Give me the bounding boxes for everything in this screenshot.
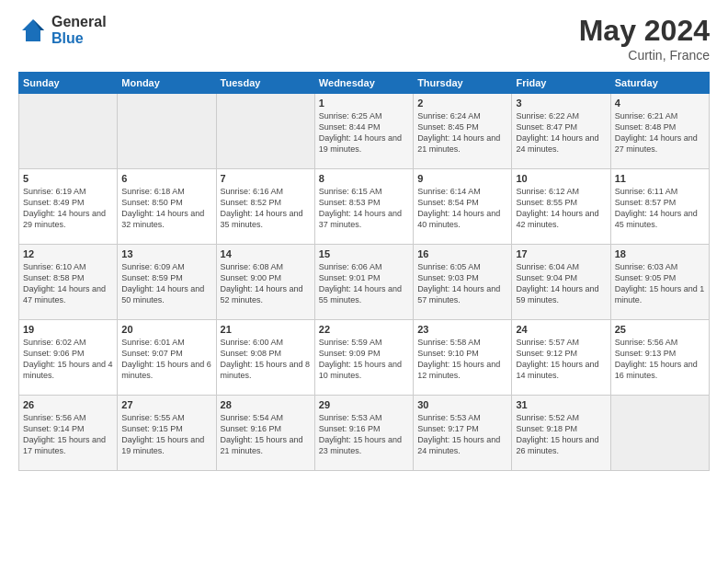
day-detail: Sunrise: 6:21 AM Sunset: 8:48 PM Dayligh…: [615, 110, 705, 155]
day-detail: Sunrise: 5:56 AM Sunset: 9:14 PM Dayligh…: [23, 412, 113, 457]
day-detail: Sunrise: 6:04 AM Sunset: 9:04 PM Dayligh…: [516, 261, 606, 306]
day-detail: Sunrise: 6:16 AM Sunset: 8:52 PM Dayligh…: [221, 186, 311, 231]
weekday-header-thursday: Thursday: [414, 73, 512, 94]
location: Curtin, France: [579, 48, 710, 63]
calendar-cell: 15Sunrise: 6:06 AM Sunset: 9:01 PM Dayli…: [314, 245, 413, 320]
day-detail: Sunrise: 6:15 AM Sunset: 8:53 PM Dayligh…: [319, 186, 409, 231]
day-number: 15: [319, 248, 409, 259]
day-number: 1: [319, 98, 409, 109]
day-number: 13: [121, 248, 211, 259]
day-detail: Sunrise: 6:12 AM Sunset: 8:55 PM Dayligh…: [516, 186, 606, 231]
calendar-cell: 24Sunrise: 5:57 AM Sunset: 9:12 PM Dayli…: [512, 320, 610, 396]
month-year: May 2024: [579, 14, 710, 48]
day-number: 8: [319, 173, 409, 184]
day-detail: Sunrise: 6:08 AM Sunset: 9:00 PM Dayligh…: [221, 261, 311, 306]
day-number: 4: [615, 98, 705, 109]
day-detail: Sunrise: 6:02 AM Sunset: 9:06 PM Dayligh…: [23, 337, 113, 382]
day-detail: Sunrise: 6:24 AM Sunset: 8:45 PM Dayligh…: [417, 110, 507, 155]
logo-text: General Blue: [51, 14, 107, 46]
day-number: 10: [516, 173, 606, 184]
calendar-cell: 2Sunrise: 6:24 AM Sunset: 8:45 PM Daylig…: [414, 94, 512, 169]
day-detail: Sunrise: 6:25 AM Sunset: 8:44 PM Dayligh…: [319, 110, 409, 155]
weekday-header-wednesday: Wednesday: [314, 73, 413, 94]
day-number: 7: [221, 173, 311, 184]
day-number: 26: [23, 399, 113, 410]
day-number: 24: [516, 324, 606, 335]
day-detail: Sunrise: 6:14 AM Sunset: 8:54 PM Dayligh…: [417, 186, 507, 231]
day-detail: Sunrise: 6:00 AM Sunset: 9:08 PM Dayligh…: [221, 337, 311, 382]
calendar-cell: 30Sunrise: 5:53 AM Sunset: 9:17 PM Dayli…: [414, 396, 512, 471]
day-detail: Sunrise: 6:22 AM Sunset: 8:47 PM Dayligh…: [516, 110, 606, 155]
calendar-cell: 3Sunrise: 6:22 AM Sunset: 8:47 PM Daylig…: [512, 94, 610, 169]
calendar-cell: 9Sunrise: 6:14 AM Sunset: 8:54 PM Daylig…: [414, 169, 512, 245]
day-detail: Sunrise: 6:01 AM Sunset: 9:07 PM Dayligh…: [121, 337, 211, 382]
day-detail: Sunrise: 6:03 AM Sunset: 9:05 PM Dayligh…: [615, 261, 705, 306]
calendar-cell: 4Sunrise: 6:21 AM Sunset: 8:48 PM Daylig…: [610, 94, 709, 169]
calendar-cell: 26Sunrise: 5:56 AM Sunset: 9:14 PM Dayli…: [19, 396, 118, 471]
day-detail: Sunrise: 5:57 AM Sunset: 9:12 PM Dayligh…: [516, 337, 606, 382]
week-row-1: 1Sunrise: 6:25 AM Sunset: 8:44 PM Daylig…: [19, 94, 710, 169]
weekday-header-tuesday: Tuesday: [216, 73, 314, 94]
calendar-cell: 23Sunrise: 5:58 AM Sunset: 9:10 PM Dayli…: [414, 320, 512, 396]
day-detail: Sunrise: 5:54 AM Sunset: 9:16 PM Dayligh…: [221, 412, 311, 457]
day-number: 2: [417, 98, 507, 109]
calendar-cell: 16Sunrise: 6:05 AM Sunset: 9:03 PM Dayli…: [414, 245, 512, 320]
logo-icon: [18, 16, 48, 45]
day-detail: Sunrise: 6:05 AM Sunset: 9:03 PM Dayligh…: [417, 261, 507, 306]
day-number: 23: [417, 324, 507, 335]
day-number: 30: [417, 399, 507, 410]
calendar-cell: 11Sunrise: 6:11 AM Sunset: 8:57 PM Dayli…: [610, 169, 709, 245]
calendar-cell: 12Sunrise: 6:10 AM Sunset: 8:58 PM Dayli…: [19, 245, 118, 320]
calendar-cell: 29Sunrise: 5:53 AM Sunset: 9:16 PM Dayli…: [314, 396, 413, 471]
calendar-cell: 20Sunrise: 6:01 AM Sunset: 9:07 PM Dayli…: [118, 320, 216, 396]
day-detail: Sunrise: 6:09 AM Sunset: 8:59 PM Dayligh…: [121, 261, 211, 306]
weekday-header-saturday: Saturday: [610, 73, 709, 94]
day-number: 17: [516, 248, 606, 259]
calendar-cell: 18Sunrise: 6:03 AM Sunset: 9:05 PM Dayli…: [610, 245, 709, 320]
calendar-cell: 27Sunrise: 5:55 AM Sunset: 9:15 PM Dayli…: [118, 396, 216, 471]
weekday-header-row: SundayMondayTuesdayWednesdayThursdayFrid…: [19, 73, 710, 94]
day-detail: Sunrise: 6:11 AM Sunset: 8:57 PM Dayligh…: [615, 186, 705, 231]
calendar-cell: 19Sunrise: 6:02 AM Sunset: 9:06 PM Dayli…: [19, 320, 118, 396]
day-detail: Sunrise: 6:18 AM Sunset: 8:50 PM Dayligh…: [121, 186, 211, 231]
weekday-header-sunday: Sunday: [19, 73, 118, 94]
day-number: 11: [615, 173, 705, 184]
calendar-cell: 7Sunrise: 6:16 AM Sunset: 8:52 PM Daylig…: [216, 169, 314, 245]
day-number: 12: [23, 248, 113, 259]
day-number: 28: [221, 399, 311, 410]
day-detail: Sunrise: 6:10 AM Sunset: 8:58 PM Dayligh…: [23, 261, 113, 306]
page: General Blue May 2024 Curtin, France Sun…: [0, 0, 728, 563]
day-number: 16: [417, 248, 507, 259]
day-number: 19: [23, 324, 113, 335]
day-detail: Sunrise: 5:52 AM Sunset: 9:18 PM Dayligh…: [516, 412, 606, 457]
calendar-cell: 5Sunrise: 6:19 AM Sunset: 8:49 PM Daylig…: [19, 169, 118, 245]
header: General Blue May 2024 Curtin, France: [18, 14, 710, 63]
calendar-cell: [610, 396, 709, 471]
calendar-cell: [19, 94, 118, 169]
day-detail: Sunrise: 6:06 AM Sunset: 9:01 PM Dayligh…: [319, 261, 409, 306]
week-row-2: 5Sunrise: 6:19 AM Sunset: 8:49 PM Daylig…: [19, 169, 710, 245]
calendar-table: SundayMondayTuesdayWednesdayThursdayFrid…: [18, 72, 710, 471]
day-number: 25: [615, 324, 705, 335]
day-number: 29: [319, 399, 409, 410]
day-detail: Sunrise: 5:58 AM Sunset: 9:10 PM Dayligh…: [417, 337, 507, 382]
day-detail: Sunrise: 5:53 AM Sunset: 9:17 PM Dayligh…: [417, 412, 507, 457]
day-detail: Sunrise: 5:55 AM Sunset: 9:15 PM Dayligh…: [121, 412, 211, 457]
day-number: 14: [221, 248, 311, 259]
week-row-3: 12Sunrise: 6:10 AM Sunset: 8:58 PM Dayli…: [19, 245, 710, 320]
calendar-cell: 1Sunrise: 6:25 AM Sunset: 8:44 PM Daylig…: [314, 94, 413, 169]
day-detail: Sunrise: 5:56 AM Sunset: 9:13 PM Dayligh…: [615, 337, 705, 382]
calendar-cell: 31Sunrise: 5:52 AM Sunset: 9:18 PM Dayli…: [512, 396, 610, 471]
calendar-cell: 10Sunrise: 6:12 AM Sunset: 8:55 PM Dayli…: [512, 169, 610, 245]
weekday-header-friday: Friday: [512, 73, 610, 94]
day-number: 5: [23, 173, 113, 184]
calendar-cell: [118, 94, 216, 169]
calendar-cell: 8Sunrise: 6:15 AM Sunset: 8:53 PM Daylig…: [314, 169, 413, 245]
weekday-header-monday: Monday: [118, 73, 216, 94]
logo-blue: Blue: [51, 30, 107, 47]
calendar-cell: 13Sunrise: 6:09 AM Sunset: 8:59 PM Dayli…: [118, 245, 216, 320]
calendar-cell: 6Sunrise: 6:18 AM Sunset: 8:50 PM Daylig…: [118, 169, 216, 245]
day-number: 21: [221, 324, 311, 335]
day-number: 20: [121, 324, 211, 335]
calendar-cell: 25Sunrise: 5:56 AM Sunset: 9:13 PM Dayli…: [610, 320, 709, 396]
